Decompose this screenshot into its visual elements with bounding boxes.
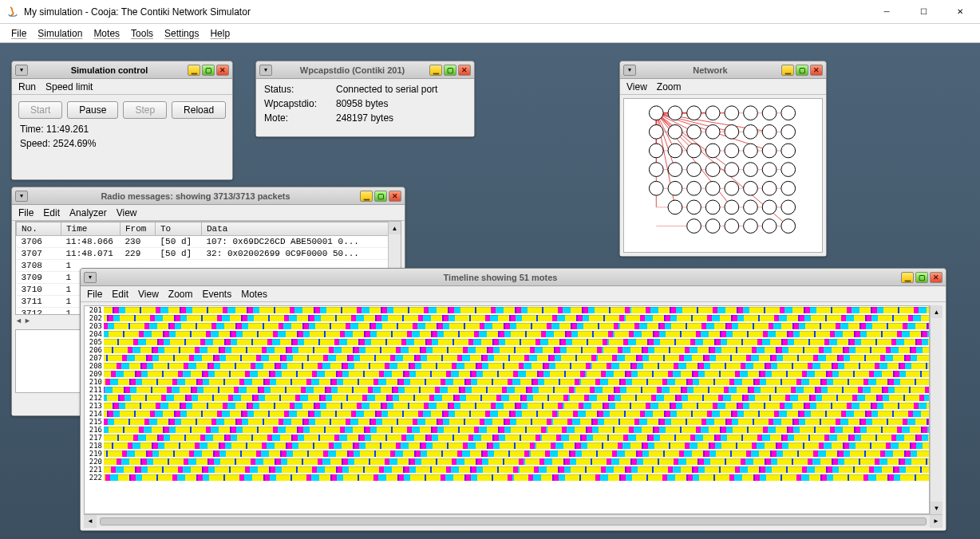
timeline-row[interactable]: 203	[85, 322, 929, 330]
network-node[interactable]	[705, 106, 720, 120]
network-node[interactable]	[668, 181, 682, 195]
network-node[interactable]	[762, 124, 776, 139]
timeline-row[interactable]: 205	[85, 338, 929, 346]
net-menu-zoom[interactable]: Zoom	[654, 81, 685, 93]
timeline-row[interactable]: 213	[85, 402, 929, 410]
network-node[interactable]	[781, 163, 796, 177]
timeline-row[interactable]: 201	[85, 306, 929, 314]
scroll-left-icon[interactable]: ◄	[15, 317, 22, 325]
maximize-icon[interactable]: ▢	[202, 65, 215, 76]
maximize-icon[interactable]: ▢	[444, 65, 456, 76]
network-node[interactable]	[649, 181, 663, 195]
col-to[interactable]: To	[156, 222, 202, 236]
scroll-left-icon[interactable]: ◄	[84, 515, 97, 528]
minimize-icon[interactable]: ▁	[188, 65, 200, 76]
timeline-row[interactable]: 216	[85, 426, 929, 434]
network-node[interactable]	[705, 163, 720, 177]
window-menu-toggle[interactable]: ▾	[623, 65, 636, 76]
timeline-window[interactable]: ▾ Timeline showing 51 motes ▁ ▢ ✕ File E…	[80, 268, 946, 531]
table-row[interactable]: 370711:48.071229[50 d]32: 0x02002699 0C9…	[17, 248, 401, 260]
network-node[interactable]	[781, 106, 796, 120]
network-node[interactable]	[668, 163, 682, 177]
start-button[interactable]: Start	[18, 101, 62, 119]
scroll-right-icon[interactable]: ►	[930, 515, 942, 528]
network-node[interactable]	[744, 219, 758, 234]
network-node[interactable]	[705, 181, 720, 195]
scroll-down-icon[interactable]: ▼	[931, 502, 942, 514]
scroll-thumb[interactable]	[100, 517, 927, 525]
network-node[interactable]	[762, 163, 776, 177]
radio-menu-edit[interactable]: Edit	[40, 207, 63, 219]
col-from[interactable]: From	[121, 222, 156, 236]
network-node[interactable]	[725, 181, 739, 195]
maximize-icon[interactable]: ▢	[374, 191, 387, 202]
network-node[interactable]	[649, 124, 663, 139]
network-node[interactable]	[744, 106, 758, 120]
network-window[interactable]: ▾ Network ▁ ▢ ✕ View Zoom	[619, 61, 827, 257]
network-node[interactable]	[744, 163, 758, 177]
close-icon[interactable]: ✕	[930, 272, 942, 283]
network-node[interactable]	[744, 181, 758, 195]
network-node[interactable]	[781, 181, 796, 195]
network-graph[interactable]	[623, 98, 823, 253]
window-minimize-button[interactable]: ─	[868, 0, 905, 24]
window-menu-toggle[interactable]: ▾	[84, 272, 97, 283]
col-no[interactable]: No.	[17, 222, 61, 236]
timeline-row[interactable]: 219	[85, 450, 929, 458]
network-node[interactable]	[762, 219, 776, 234]
menu-simulation[interactable]: Simulation	[33, 26, 87, 41]
minimize-icon[interactable]: ▁	[901, 272, 914, 283]
network-node[interactable]	[705, 144, 720, 158]
step-button[interactable]: Step	[123, 101, 167, 119]
scroll-right-icon[interactable]: ►	[24, 317, 31, 325]
minimize-icon[interactable]: ▁	[781, 65, 794, 76]
wpcapstdio-window[interactable]: ▾ Wpcapstdio (Contiki 201) ▁ ▢ ✕ Status:…	[255, 61, 475, 137]
pause-button[interactable]: Pause	[67, 101, 118, 119]
network-node[interactable]	[668, 106, 682, 120]
timeline-hscroll[interactable]: ◄ ►	[84, 514, 942, 527]
network-node[interactable]	[687, 181, 701, 195]
network-node[interactable]	[725, 163, 739, 177]
timeline-row[interactable]: 222	[85, 474, 929, 482]
network-node[interactable]	[744, 124, 758, 139]
network-node[interactable]	[668, 200, 682, 214]
timeline-row[interactable]: 204	[85, 330, 929, 338]
network-node[interactable]	[781, 200, 796, 214]
network-node[interactable]	[687, 163, 701, 177]
menu-settings[interactable]: Settings	[160, 26, 204, 41]
timeline-row[interactable]: 206	[85, 346, 929, 354]
simulation-control-window[interactable]: ▾ Simulation control ▁ ▢ ✕ Run Speed lim…	[11, 61, 233, 180]
close-icon[interactable]: ✕	[389, 191, 401, 202]
menu-motes[interactable]: Motes	[89, 26, 124, 41]
tl-menu-motes[interactable]: Motes	[238, 288, 271, 301]
timeline-row[interactable]: 220	[85, 458, 929, 466]
sim-menu-speedlimit[interactable]: Speed limit	[42, 81, 96, 93]
network-node[interactable]	[649, 106, 663, 120]
network-node[interactable]	[687, 144, 701, 158]
maximize-icon[interactable]: ▢	[915, 272, 928, 283]
tl-menu-events[interactable]: Events	[200, 288, 235, 301]
network-node[interactable]	[687, 124, 701, 139]
timeline-row[interactable]: 202	[85, 314, 929, 322]
timeline-row[interactable]: 218	[85, 442, 929, 450]
timeline-row[interactable]: 210	[85, 378, 929, 386]
network-node[interactable]	[705, 124, 720, 139]
network-node[interactable]	[649, 144, 663, 158]
timeline-row[interactable]: 221	[85, 466, 929, 474]
menu-help[interactable]: Help	[205, 26, 235, 41]
timeline-row[interactable]: 207	[85, 354, 929, 362]
network-node[interactable]	[744, 200, 758, 214]
reload-button[interactable]: Reload	[172, 101, 226, 119]
network-node[interactable]	[762, 144, 776, 158]
network-node[interactable]	[668, 144, 682, 158]
network-node[interactable]	[668, 124, 682, 139]
timeline-row[interactable]: 214	[85, 410, 929, 418]
timeline-canvas[interactable]: 2012022032042052062072082092102112122132…	[84, 305, 930, 514]
minimize-icon[interactable]: ▁	[429, 65, 442, 76]
network-node[interactable]	[762, 181, 776, 195]
window-menu-toggle[interactable]: ▾	[15, 65, 28, 76]
network-node[interactable]	[781, 219, 796, 234]
close-icon[interactable]: ✕	[458, 65, 471, 76]
timeline-row[interactable]: 211	[85, 386, 929, 394]
tl-menu-zoom[interactable]: Zoom	[165, 288, 196, 301]
